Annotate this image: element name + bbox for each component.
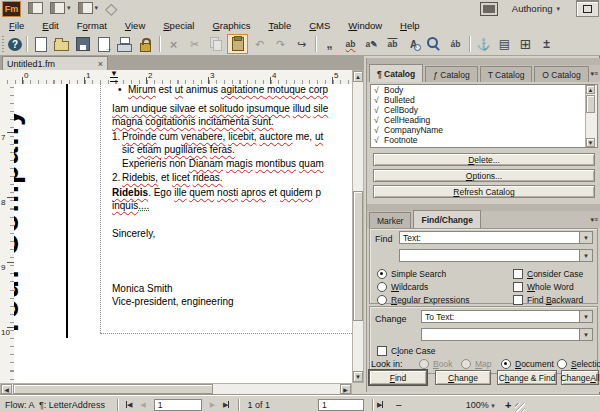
- find-change-icon[interactable]: [425, 35, 444, 53]
- save-icon[interactable]: [73, 35, 92, 53]
- repeat-icon[interactable]: ↪: [292, 35, 311, 53]
- catalog-item[interactable]: √CellHeading: [371, 115, 597, 125]
- change-text-input[interactable]: ▼: [421, 328, 593, 341]
- horizontal-scrollbar-thumb[interactable]: [13, 384, 213, 394]
- catalog-scrollbar-thumb[interactable]: [586, 95, 595, 113]
- new-document-icon[interactable]: [31, 35, 50, 53]
- previous-page-button[interactable]: ◀: [140, 401, 145, 409]
- arrange-documents-icon[interactable]: [480, 2, 498, 16]
- menu-graphics[interactable]: Graphics: [203, 18, 259, 33]
- change-find-button[interactable]: Change & Find: [497, 370, 557, 385]
- zoom-out-button[interactable]: −: [395, 399, 401, 411]
- refresh-catalog-button[interactable]: Refresh Catalog: [373, 185, 595, 198]
- scroll-right-icon[interactable]: ▶: [340, 384, 351, 394]
- menu-format[interactable]: Format: [68, 18, 116, 33]
- catalog-item[interactable]: √Body: [371, 85, 597, 95]
- frame-layout-icon[interactable]: ▾: [78, 1, 99, 14]
- radio-look-in-selection[interactable]: Selection: [557, 359, 600, 369]
- anchored-frame-icon[interactable]: ⚓: [474, 35, 493, 53]
- checkbox-whole-word[interactable]: Whole Word: [513, 282, 574, 292]
- page[interactable]: Your Company •Mirum est ut animus agitat…: [14, 84, 352, 383]
- line-number-field[interactable]: 1: [318, 399, 364, 411]
- toolbar-grip[interactable]: [2, 36, 4, 52]
- copy-icon[interactable]: [206, 35, 225, 53]
- radio-simple-search[interactable]: Simple Search: [377, 269, 446, 279]
- panel-layout-icon[interactable]: [28, 1, 43, 14]
- last-page-button[interactable]: ▶: [223, 401, 229, 409]
- open-document-icon[interactable]: [52, 35, 71, 53]
- radio-regular-expressions[interactable]: Regular Expressions: [377, 295, 469, 305]
- page-number-field[interactable]: 1: [154, 399, 202, 411]
- menu-help[interactable]: Help: [391, 18, 429, 33]
- chevron-down-icon[interactable]: ▼: [579, 232, 592, 243]
- cut-icon[interactable]: ✂: [185, 35, 204, 53]
- thesaurus-icon[interactable]: áb: [446, 35, 465, 53]
- tab-t-catalog[interactable]: T Catalog: [480, 66, 533, 82]
- object-tool-icon[interactable]: ◇: [105, 2, 117, 15]
- flow-indicator[interactable]: Flow: A ¶: LetterAddress: [5, 400, 105, 410]
- print-icon[interactable]: [115, 35, 134, 53]
- radio-look-in-map[interactable]: Map: [461, 359, 492, 369]
- checkbox-consider-case[interactable]: Consider Case: [513, 269, 583, 279]
- vertical-scrollbar[interactable]: ▲ ▼: [352, 70, 364, 383]
- panel-menu-icon[interactable]: ▾≡: [590, 216, 598, 224]
- chevron-down-icon[interactable]: ▼: [579, 311, 592, 322]
- insert-table-icon[interactable]: ⊞: [516, 35, 535, 53]
- next-page-button[interactable]: ▶: [210, 401, 215, 409]
- checkbox-find-backward[interactable]: Find Backward: [513, 295, 583, 305]
- zoom-level-select[interactable]: 100% ▾: [466, 400, 495, 410]
- scroll-up-icon[interactable]: ▲: [586, 85, 595, 94]
- paragraph-catalog-list[interactable]: √Body√Bulleted√CellBody√CellHeading√Comp…: [370, 84, 598, 148]
- catalog-item[interactable]: √CellBody: [371, 105, 597, 115]
- redo-icon[interactable]: ↷: [271, 35, 290, 53]
- jump-to-page-icon[interactable]: ▶: [377, 401, 383, 409]
- find-text-input[interactable]: ▼: [399, 249, 593, 262]
- delete-icon[interactable]: ×: [164, 35, 183, 53]
- master-page-icon[interactable]: ▤: [495, 35, 514, 53]
- radio-look-in-document[interactable]: Document: [501, 359, 554, 369]
- scroll-up-icon[interactable]: ▲: [353, 71, 363, 82]
- menu-special[interactable]: Special: [154, 18, 203, 33]
- scroll-down-icon[interactable]: ▼: [353, 371, 363, 382]
- scroll-left-icon[interactable]: ◀: [1, 384, 12, 394]
- text-tools-icon[interactable]: ab: [383, 35, 402, 53]
- smart-quotes-icon[interactable]: „: [320, 35, 339, 53]
- change-button[interactable]: Change: [435, 370, 491, 385]
- panel-menu-icon[interactable]: ▾≡: [590, 70, 598, 78]
- chevron-down-icon[interactable]: ▼: [579, 250, 592, 261]
- horizontal-scrollbar[interactable]: ◀ ▶: [0, 383, 352, 395]
- baseline-grid-icon[interactable]: ±: [537, 35, 556, 53]
- menu-file[interactable]: File: [0, 18, 33, 33]
- catalog-item[interactable]: √Bulleted: [371, 95, 597, 105]
- track-edits-icon[interactable]: a✎: [362, 35, 381, 53]
- tab--catalog[interactable]: ¶ Catalog: [369, 64, 423, 82]
- tab-find-change[interactable]: Find/Change: [413, 210, 480, 228]
- chevron-down-icon[interactable]: ▼: [579, 329, 592, 340]
- find-format-icon[interactable]: A: [404, 35, 423, 53]
- menu-edit[interactable]: Edit: [33, 18, 67, 33]
- zoom-in-button[interactable]: +: [505, 399, 511, 411]
- menu-view[interactable]: View: [116, 18, 154, 33]
- screen-layout-icon[interactable]: ▾: [50, 1, 71, 14]
- checkbox-clone-case[interactable]: Clone Case: [377, 346, 435, 356]
- change-type-dropdown[interactable]: To Text: ▼: [421, 310, 593, 323]
- menu-table[interactable]: Table: [259, 18, 300, 33]
- help-icon[interactable]: ?: [8, 38, 22, 51]
- tab-o-catalog[interactable]: O Catalog: [534, 66, 588, 82]
- catalog-item[interactable]: √Footnote: [371, 135, 597, 145]
- catalog-item[interactable]: √CompanyName: [371, 125, 597, 135]
- find-button[interactable]: Find: [369, 370, 427, 385]
- menu-cms[interactable]: CMS: [300, 18, 339, 33]
- document-tab[interactable]: Untitled1.fm ×: [2, 56, 108, 70]
- paste-icon[interactable]: [227, 34, 248, 54]
- undo-icon[interactable]: ↶: [250, 35, 269, 53]
- radio-look-in-book[interactable]: Book: [419, 359, 452, 369]
- tab--catalog[interactable]: ƒ Catalog: [425, 66, 477, 82]
- import-file-icon[interactable]: [94, 35, 113, 53]
- workspace-mode-select[interactable]: Authoring ▾: [512, 3, 560, 14]
- scroll-down-icon[interactable]: ▼: [586, 138, 595, 147]
- change-all-button[interactable]: Change All: [561, 370, 599, 385]
- options--button[interactable]: Options...: [373, 169, 595, 182]
- resize-grip[interactable]: [515, 403, 525, 412]
- first-page-button[interactable]: ◀: [126, 401, 132, 409]
